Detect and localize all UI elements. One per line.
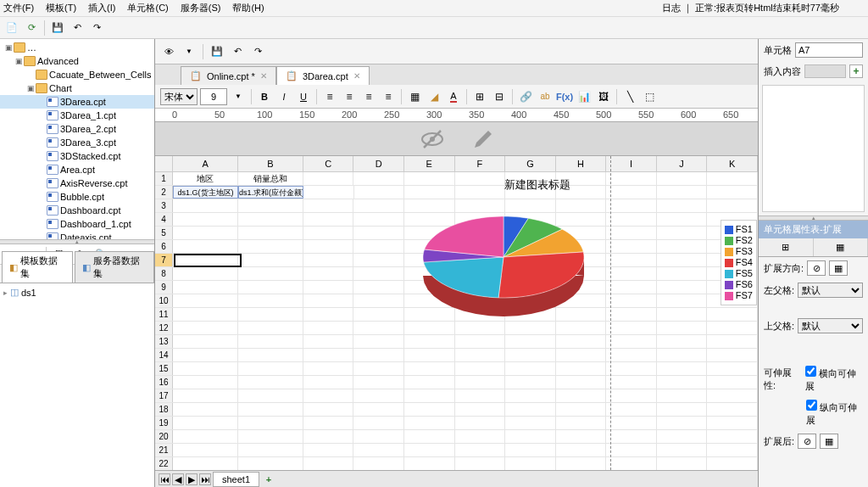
font-size-input[interactable]: [200, 88, 227, 105]
cell[interactable]: [404, 444, 455, 456]
cell[interactable]: [353, 430, 404, 443]
cell[interactable]: [657, 362, 708, 375]
tree-folder-chart[interactable]: Chart: [49, 81, 72, 95]
cell[interactable]: [606, 362, 657, 375]
tree-item[interactable]: Dateaxis.cpt: [60, 231, 112, 239]
row-header[interactable]: 13: [155, 335, 173, 348]
tab-server-ds[interactable]: ◧服务器数据集: [75, 251, 154, 283]
cell[interactable]: [505, 417, 556, 429]
cell[interactable]: [455, 362, 506, 375]
save-icon[interactable]: 💾: [209, 43, 225, 60]
cell[interactable]: [238, 430, 303, 443]
cell[interactable]: [606, 444, 657, 456]
undo-icon[interactable]: ↶: [69, 20, 86, 36]
file-tree[interactable]: ▣… ▣Advanced Cacuate_Between_Cells ▣Char…: [0, 39, 154, 239]
row-header[interactable]: 4: [155, 213, 173, 226]
cell[interactable]: [455, 430, 506, 443]
tree-item[interactable]: 3Darea_3.cpt: [60, 136, 116, 149]
cell[interactable]: [606, 457, 657, 470]
cell[interactable]: ds1.G(货主地区): [173, 186, 238, 199]
cell[interactable]: [455, 444, 506, 456]
cell[interactable]: [238, 444, 303, 456]
col-header[interactable]: J: [657, 156, 708, 171]
after-grid-icon[interactable]: ▦: [820, 434, 838, 449]
embedded-chart[interactable]: 新建图表标题 FS1FS2FS3FS4FS5FS6FS7: [313, 172, 758, 342]
cell[interactable]: [173, 389, 238, 402]
cell[interactable]: [238, 389, 303, 402]
row-header[interactable]: 3: [155, 199, 173, 212]
new-file-icon[interactable]: 📄: [3, 20, 20, 36]
row-header[interactable]: 22: [155, 457, 173, 470]
cell[interactable]: [556, 417, 607, 429]
cell[interactable]: [173, 267, 238, 280]
tree-item[interactable]: Area.cpt: [60, 163, 95, 176]
nav-last-icon[interactable]: ⏭: [199, 473, 211, 485]
cell[interactable]: [353, 403, 404, 416]
cell[interactable]: [173, 240, 238, 253]
cell[interactable]: [505, 349, 556, 361]
cell[interactable]: [657, 349, 708, 361]
undo-icon[interactable]: ↶: [229, 43, 246, 60]
col-header[interactable]: D: [353, 156, 404, 171]
cell[interactable]: [238, 213, 303, 226]
widget-icon[interactable]: ⬚: [641, 88, 658, 105]
cell[interactable]: [455, 417, 506, 429]
nav-first-icon[interactable]: ⏮: [159, 473, 170, 485]
cell[interactable]: [173, 430, 238, 443]
col-header[interactable]: B: [238, 156, 303, 171]
cell[interactable]: [404, 362, 455, 375]
menu-cell[interactable]: 单元格(C): [127, 2, 168, 14]
add-content-icon[interactable]: +: [849, 64, 863, 78]
cell[interactable]: [173, 362, 238, 375]
dropdown-icon[interactable]: ▼: [230, 88, 247, 105]
menu-file[interactable]: 文件(F): [3, 2, 34, 14]
close-icon[interactable]: ✕: [260, 71, 267, 81]
cell[interactable]: [505, 457, 556, 470]
row-header[interactable]: 15: [155, 362, 173, 375]
row-header[interactable]: 9: [155, 281, 173, 294]
cell[interactable]: [556, 430, 607, 443]
cell[interactable]: [173, 349, 238, 361]
cell[interactable]: [707, 376, 758, 389]
fill-color-icon[interactable]: ◢: [426, 88, 442, 105]
cell[interactable]: [455, 403, 506, 416]
ds-item[interactable]: ds1: [21, 288, 36, 298]
menu-server[interactable]: 服务器(S): [181, 2, 221, 14]
row-header[interactable]: 7: [155, 254, 173, 266]
cell[interactable]: [707, 362, 758, 375]
cell[interactable]: [556, 457, 607, 470]
cell[interactable]: [238, 267, 303, 280]
cell[interactable]: [173, 213, 238, 226]
tree-item[interactable]: Dashboard.cpt: [60, 204, 121, 217]
col-header[interactable]: G: [505, 156, 556, 171]
nav-prev-icon[interactable]: ◀: [172, 473, 184, 485]
cell[interactable]: [238, 294, 303, 307]
cell[interactable]: [707, 349, 758, 361]
tree-item[interactable]: 3Darea_1.cpt: [60, 109, 116, 122]
cell[interactable]: [303, 444, 354, 456]
cell[interactable]: [353, 389, 404, 402]
tree-item[interactable]: 3Darea.cpt: [60, 95, 106, 109]
cell[interactable]: [238, 199, 303, 212]
chart-icon[interactable]: 📊: [576, 88, 593, 105]
row-header[interactable]: 8: [155, 267, 173, 280]
menu-help[interactable]: 帮助(H): [232, 2, 264, 14]
dropdown-icon[interactable]: ▼: [181, 43, 198, 60]
cell[interactable]: [505, 362, 556, 375]
cell[interactable]: [238, 227, 303, 239]
col-header[interactable]: I: [606, 156, 657, 171]
row-header[interactable]: 20: [155, 430, 173, 443]
cell[interactable]: [173, 457, 238, 470]
cell[interactable]: [303, 457, 354, 470]
file-tab[interactable]: 📋Online.cpt *✕: [181, 66, 276, 85]
menu-template[interactable]: 模板(T): [46, 2, 76, 14]
left-parent-select[interactable]: 默认: [798, 283, 863, 298]
cell[interactable]: [455, 389, 506, 402]
cell[interactable]: [238, 308, 303, 321]
row-header[interactable]: 17: [155, 389, 173, 402]
cell[interactable]: [238, 417, 303, 429]
cell[interactable]: [404, 457, 455, 470]
tree-item[interactable]: 3DStacked.cpt: [60, 149, 121, 163]
cell[interactable]: [505, 430, 556, 443]
cell[interactable]: [707, 403, 758, 416]
